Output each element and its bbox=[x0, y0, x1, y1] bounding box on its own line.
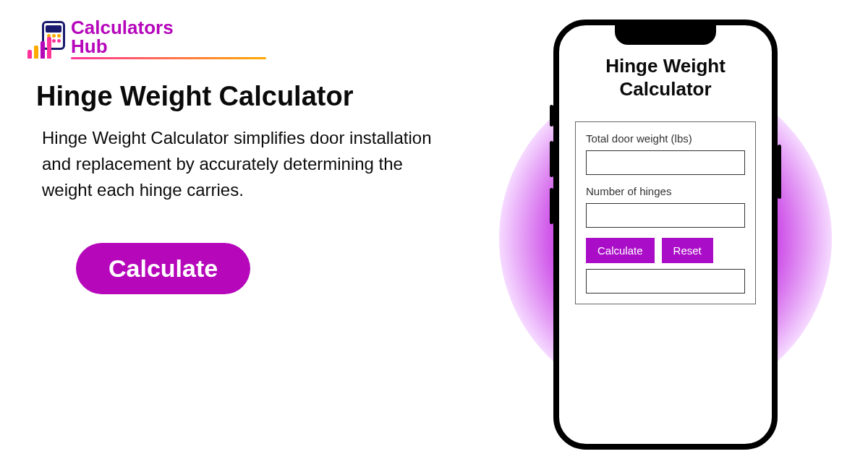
logo-icon bbox=[29, 21, 65, 57]
total-weight-label: Total door weight (lbs) bbox=[586, 132, 745, 145]
logo-text-line1: Calculators bbox=[71, 18, 266, 37]
reset-button[interactable]: Reset bbox=[662, 238, 713, 263]
logo-text-line2: Hub bbox=[71, 37, 266, 56]
total-weight-input[interactable] bbox=[586, 150, 745, 175]
phone-side-button bbox=[550, 105, 553, 127]
phone-side-button bbox=[550, 188, 553, 224]
phone-side-button bbox=[778, 145, 781, 199]
description-text: Hinge Weight Calculator simplifies door … bbox=[42, 125, 433, 203]
result-output bbox=[586, 269, 745, 294]
page-title: Hinge Weight Calculator bbox=[36, 81, 448, 112]
calculator-title: Hinge Weight Calculator bbox=[575, 54, 756, 101]
calculate-cta-button[interactable]: Calculate bbox=[76, 243, 250, 294]
hinge-count-label: Number of hinges bbox=[586, 185, 745, 197]
calculator-form: Total door weight (lbs) Number of hinges… bbox=[575, 121, 756, 304]
phone-side-button bbox=[550, 141, 553, 177]
phone-mockup: Hinge Weight Calculator Total door weigh… bbox=[553, 20, 778, 450]
logo: Calculators Hub bbox=[29, 18, 448, 59]
hinge-count-input[interactable] bbox=[586, 203, 745, 228]
logo-underline bbox=[71, 57, 266, 59]
phone-notch bbox=[615, 25, 716, 45]
calculate-button[interactable]: Calculate bbox=[586, 238, 655, 263]
